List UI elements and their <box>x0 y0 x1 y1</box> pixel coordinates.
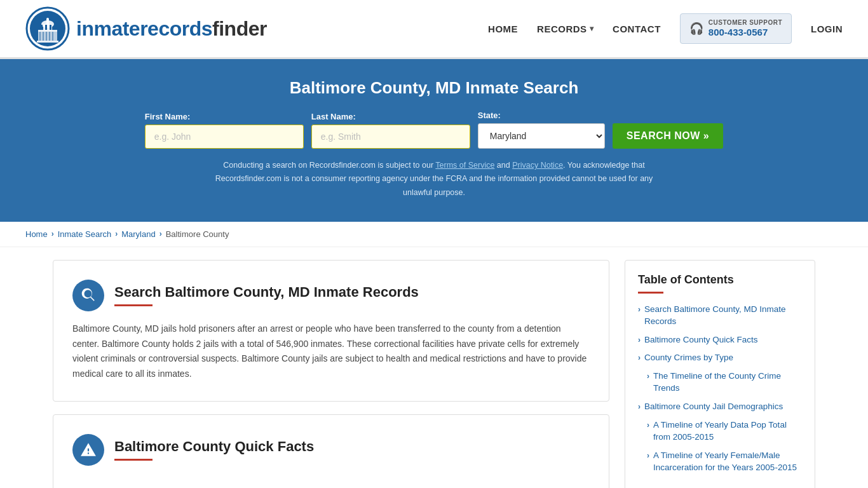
toc-divider <box>638 292 663 294</box>
section-title-wrapper: Search Baltimore County, MD Inmate Recor… <box>114 284 419 306</box>
toc-chevron-0: › <box>638 305 641 314</box>
toc-item-3: › The Timeline of the County Crime Trend… <box>638 370 802 395</box>
svg-rect-14 <box>49 32 50 41</box>
nav-login[interactable]: LOGIN <box>811 24 843 34</box>
svg-point-9 <box>46 18 49 20</box>
state-label: State: <box>478 111 501 120</box>
warning-icon-circle <box>72 434 104 466</box>
toc-chevron-3: › <box>647 372 649 381</box>
last-name-group: Last Name: <box>311 112 470 149</box>
section-quick-facts: Baltimore County Quick Facts <box>53 414 609 488</box>
last-name-label: Last Name: <box>311 112 356 121</box>
toc-chevron-5: › <box>647 421 649 430</box>
hero-title: Baltimore County, MD Inmate Search <box>25 78 843 98</box>
toc-link-4[interactable]: Baltimore County Jail Demographics <box>644 401 783 413</box>
svg-rect-7 <box>50 25 51 30</box>
toc-item-6: › A Timeline of Yearly Female/Male Incar… <box>638 450 802 474</box>
records-chevron-icon: ▾ <box>590 24 594 33</box>
customer-support-button[interactable]: 🎧 CUSTOMER SUPPORT 800-433-0567 <box>680 13 792 44</box>
toc-link-1[interactable]: Baltimore County Quick Facts <box>644 334 758 346</box>
support-text: CUSTOMER SUPPORT 800-433-0567 <box>709 19 782 38</box>
toc-title: Table of Contents <box>638 273 802 287</box>
toc-link-0[interactable]: Search Baltimore County, MD Inmate Recor… <box>644 304 802 328</box>
toc-item-5: › A Timeline of Yearly Data Pop Total fr… <box>638 419 802 444</box>
toc-box: Table of Contents › Search Baltimore Cou… <box>625 260 815 488</box>
nav-records[interactable]: RECORDS ▾ <box>537 24 593 34</box>
toc-item-0: › Search Baltimore County, MD Inmate Rec… <box>638 304 802 328</box>
first-name-input[interactable] <box>145 125 304 149</box>
svg-rect-6 <box>45 25 47 30</box>
svg-rect-11 <box>39 32 41 41</box>
content-left: Search Baltimore County, MD Inmate Recor… <box>53 260 609 488</box>
main-content: Search Baltimore County, MD Inmate Recor… <box>27 247 841 488</box>
state-group: State: AlabamaAlaskaArizonaArkansasCalif… <box>478 111 605 149</box>
nav-contact[interactable]: CONTACT <box>613 24 661 34</box>
title-underline-facts <box>114 459 153 461</box>
section-title-wrapper-facts: Baltimore County Quick Facts <box>114 438 314 461</box>
privacy-link[interactable]: Privacy Notice <box>512 161 563 170</box>
site-header: inmaterecordsfinder HOME RECORDS ▾ CONTA… <box>0 0 868 59</box>
search-icon-circle <box>72 280 104 311</box>
section-body-search: Baltimore County, MD jails hold prisoner… <box>72 322 590 382</box>
breadcrumb-sep-1: › <box>51 229 54 238</box>
svg-rect-16 <box>37 41 58 43</box>
toc-link-5[interactable]: A Timeline of Yearly Data Pop Total from… <box>653 419 802 444</box>
nav-home[interactable]: HOME <box>488 24 518 34</box>
section-search-records: Search Baltimore County, MD Inmate Recor… <box>53 260 609 402</box>
toc-chevron-4: › <box>638 402 641 411</box>
search-form: First Name: Last Name: State: AlabamaAla… <box>25 111 843 149</box>
logo-area: inmaterecordsfinder <box>25 6 267 51</box>
breadcrumb: Home › Inmate Search › Maryland › Baltim… <box>0 222 868 247</box>
breadcrumb-sep-3: › <box>159 229 162 238</box>
headset-icon: 🎧 <box>689 22 703 36</box>
svg-rect-5 <box>41 25 43 30</box>
svg-rect-10 <box>38 32 57 41</box>
section-header-facts: Baltimore County Quick Facts <box>72 434 590 466</box>
breadcrumb-maryland[interactable]: Maryland <box>121 229 155 239</box>
svg-rect-4 <box>38 30 57 32</box>
toc-item-1: › Baltimore County Quick Facts <box>638 334 802 346</box>
search-button[interactable]: SEARCH NOW » <box>613 123 723 149</box>
svg-rect-15 <box>52 32 53 41</box>
toc-item-4: › Baltimore County Jail Demographics <box>638 401 802 413</box>
last-name-input[interactable] <box>311 125 470 149</box>
breadcrumb-home[interactable]: Home <box>25 229 48 239</box>
svg-rect-13 <box>46 32 47 41</box>
first-name-group: First Name: <box>145 112 304 149</box>
svg-rect-12 <box>43 32 44 41</box>
logo-text: inmaterecordsfinder <box>76 17 267 41</box>
section-header-search: Search Baltimore County, MD Inmate Recor… <box>72 280 590 311</box>
title-underline-search <box>114 304 153 306</box>
toc-chevron-2: › <box>638 353 641 362</box>
state-select[interactable]: AlabamaAlaskaArizonaArkansasCaliforniaCo… <box>478 123 605 149</box>
toc-chevron-1: › <box>638 336 641 344</box>
section-title-search: Search Baltimore County, MD Inmate Recor… <box>114 284 419 301</box>
search-icon <box>80 287 97 304</box>
toc-item-2: › County Crimes by Type <box>638 352 802 364</box>
toc-link-6[interactable]: A Timeline of Yearly Female/Male Incarce… <box>653 450 802 474</box>
breadcrumb-sep-2: › <box>115 229 118 238</box>
toc-link-2[interactable]: County Crimes by Type <box>644 352 733 364</box>
warning-icon <box>80 442 97 458</box>
hero-disclaimer: Conducting a search on Recordsfinder.com… <box>212 159 656 200</box>
main-nav: HOME RECORDS ▾ CONTACT 🎧 CUSTOMER SUPPOR… <box>488 13 843 44</box>
hero-section: Baltimore County, MD Inmate Search First… <box>0 59 868 222</box>
logo-icon <box>25 6 70 51</box>
toc-chevron-6: › <box>647 451 649 460</box>
sidebar-toc: Table of Contents › Search Baltimore Cou… <box>625 260 815 488</box>
breadcrumb-current: Baltimore County <box>166 229 229 239</box>
first-name-label: First Name: <box>145 112 191 121</box>
toc-link-3[interactable]: The Timeline of the County Crime Trends <box>653 370 802 395</box>
breadcrumb-inmate-search[interactable]: Inmate Search <box>58 229 112 239</box>
section-title-facts: Baltimore County Quick Facts <box>114 438 314 455</box>
tos-link[interactable]: Terms of Service <box>435 161 494 170</box>
